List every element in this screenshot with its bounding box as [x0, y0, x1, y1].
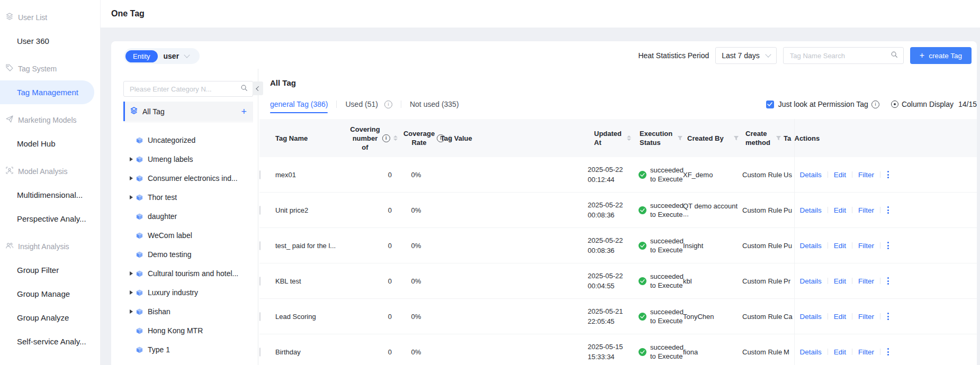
edit-link[interactable]: Edit [834, 277, 846, 285]
add-category-button[interactable]: + [241, 107, 247, 116]
expand-arrow-icon[interactable] [130, 290, 133, 295]
category-tree-item[interactable]: Bishan [123, 302, 258, 321]
column-display-count: 14/15 [958, 100, 977, 108]
coverage-rate-cell: 0% [392, 193, 440, 228]
sidebar-item-perspective-analysis[interactable]: Perspective Analy... [0, 207, 100, 231]
sidebar-group-marketing-models[interactable]: Marketing Models [0, 108, 100, 132]
filter-link[interactable]: Filter [858, 313, 874, 321]
expand-arrow-icon[interactable] [130, 195, 133, 199]
more-actions-icon[interactable] [887, 206, 889, 214]
sidebar-item-group-analyze[interactable]: Group Analyze [0, 306, 100, 330]
sidebar-group-user-list[interactable]: User List [0, 5, 100, 29]
filter-funnel-icon[interactable] [776, 135, 781, 141]
edit-link[interactable]: Edit [834, 206, 846, 214]
details-link[interactable]: Details [800, 242, 822, 250]
more-actions-icon[interactable] [887, 277, 889, 285]
category-tree-item[interactable]: Thor test [123, 188, 258, 207]
sidebar-item-self-service-analysis[interactable]: Self-service Analy... [0, 330, 100, 353]
row-checkbox[interactable] [259, 312, 260, 321]
edit-link[interactable]: Edit [834, 313, 846, 321]
tab-used[interactable]: Used (51) [345, 100, 392, 108]
category-tree-item[interactable]: Uncategorized [123, 131, 258, 150]
category-tree-item[interactable]: Type 1 [123, 340, 258, 359]
sort-icon[interactable] [393, 135, 398, 141]
details-link[interactable]: Details [800, 313, 822, 321]
category-tree-item[interactable]: Luxury industry [123, 283, 258, 302]
tab-not-used[interactable]: Not used (335) [410, 100, 459, 108]
sort-icon[interactable] [627, 135, 631, 141]
column-display-control[interactable]: Column Display 14/15 [891, 100, 977, 108]
category-search-input[interactable] [129, 85, 240, 94]
sidebar-item-model-hub[interactable]: Model Hub [0, 132, 100, 156]
row-checkbox[interactable] [259, 241, 260, 250]
details-link[interactable]: Details [800, 206, 822, 214]
sidebar-item-multidimensional[interactable]: Multidimensional... [0, 183, 100, 207]
success-check-icon [639, 277, 646, 285]
filter-link[interactable]: Filter [858, 206, 874, 214]
info-icon[interactable] [382, 134, 390, 142]
category-tree-item[interactable]: daughter [123, 207, 258, 226]
period-select[interactable]: Last 7 days [715, 47, 777, 64]
category-tree-item[interactable]: Hong Kong MTR [123, 321, 258, 340]
filter-link[interactable]: Filter [858, 277, 874, 285]
entity-select[interactable]: Entity user [124, 48, 200, 64]
category-tree-item[interactable]: WeCom label [123, 226, 258, 245]
filter-link[interactable]: Filter [858, 171, 874, 179]
tag-name-cell: KBL test [275, 263, 338, 299]
category-tree-item[interactable]: Demo testing [123, 245, 258, 264]
edit-link[interactable]: Edit [834, 242, 846, 250]
sidebar-item-tag-management[interactable]: Tag Management [0, 80, 94, 104]
create-method-cell: Custom Rule [742, 299, 784, 334]
details-link[interactable]: Details [800, 348, 822, 356]
collapse-panel-button[interactable] [253, 81, 263, 95]
more-actions-icon[interactable] [887, 242, 889, 249]
info-icon[interactable] [871, 101, 879, 108]
permission-checkbox[interactable] [766, 101, 774, 108]
covering-number-cell: 0 [338, 334, 392, 365]
edit-link[interactable]: Edit [834, 348, 846, 356]
tab-general-tag[interactable]: general Tag (386) [270, 100, 328, 108]
search-icon[interactable] [240, 84, 248, 94]
filter-link[interactable]: Filter [858, 348, 874, 356]
category-tree-item[interactable]: Umeng labels [123, 150, 258, 169]
category-tree-item[interactable]: Cultural tourism and hotel... [123, 264, 258, 283]
sidebar-item-group-filter[interactable]: Group Filter [0, 258, 100, 282]
sidebar-group-tag-system[interactable]: Tag System [0, 57, 100, 80]
truncated-cell: Ca [784, 299, 794, 334]
expand-arrow-icon[interactable] [130, 309, 133, 314]
table-controls: Just look at Permission Tag Column Displ… [766, 100, 977, 108]
create-method-cell: Custom Rule [742, 193, 784, 228]
row-checkbox[interactable] [259, 277, 260, 286]
actions-cell: DetailsEditFilter [794, 193, 977, 228]
category-cube-icon [136, 270, 143, 278]
sidebar-item-user-360[interactable]: User 360 [0, 29, 100, 53]
tag-name-search-input[interactable] [789, 51, 891, 60]
more-actions-icon[interactable] [887, 348, 889, 355]
search-icon[interactable] [891, 51, 898, 60]
expand-arrow-icon[interactable] [130, 176, 133, 180]
chevron-left-icon [256, 86, 260, 90]
sidebar-item-group-manage[interactable]: Group Manage [0, 282, 100, 306]
sidebar-group-insight-analysis[interactable]: Insight Analysis [0, 234, 100, 258]
filter-funnel-icon[interactable] [677, 135, 683, 141]
filter-funnel-icon[interactable] [733, 135, 739, 141]
details-link[interactable]: Details [800, 171, 822, 179]
details-link[interactable]: Details [800, 277, 822, 285]
expand-arrow-icon[interactable] [130, 271, 133, 276]
row-checkbox[interactable] [259, 170, 260, 179]
info-icon[interactable] [384, 101, 392, 108]
row-checkbox[interactable] [259, 348, 260, 357]
filter-link[interactable]: Filter [858, 242, 874, 250]
row-checkbox[interactable] [259, 206, 260, 215]
tag-name-cell: Birthday [275, 334, 338, 365]
edit-link[interactable]: Edit [834, 171, 846, 179]
create-tag-button[interactable]: + create Tag [910, 47, 972, 64]
expand-arrow-icon[interactable] [130, 157, 133, 161]
all-tag-row[interactable]: All Tag + [123, 102, 253, 121]
more-actions-icon[interactable] [887, 313, 889, 320]
more-actions-icon[interactable] [887, 171, 889, 178]
category-tree-item[interactable]: Consumer electronics ind... [123, 169, 258, 188]
chevron-down-icon [765, 51, 771, 57]
updated-at-cell: 2025-05-22 00:12:44 [588, 157, 634, 193]
sidebar-group-model-analysis[interactable]: Model Analysis [0, 159, 100, 183]
